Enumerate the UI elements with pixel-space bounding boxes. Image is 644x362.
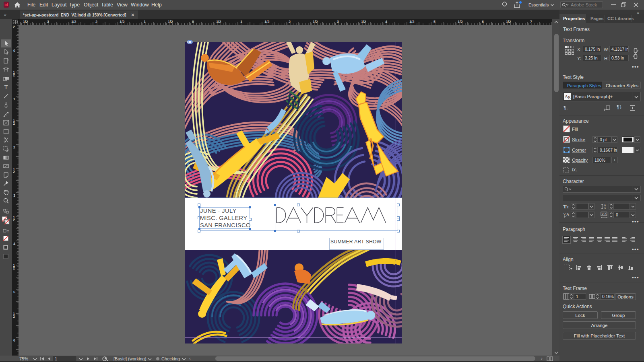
svg-text:T: T [4, 84, 8, 90]
svg-text:A: A [566, 212, 570, 216]
svg-text:V: V [601, 212, 604, 216]
svg-text:A: A [604, 206, 606, 210]
svg-text:A: A [604, 212, 607, 216]
svg-text:V: V [563, 212, 566, 216]
svg-text:T: T [7, 229, 9, 233]
